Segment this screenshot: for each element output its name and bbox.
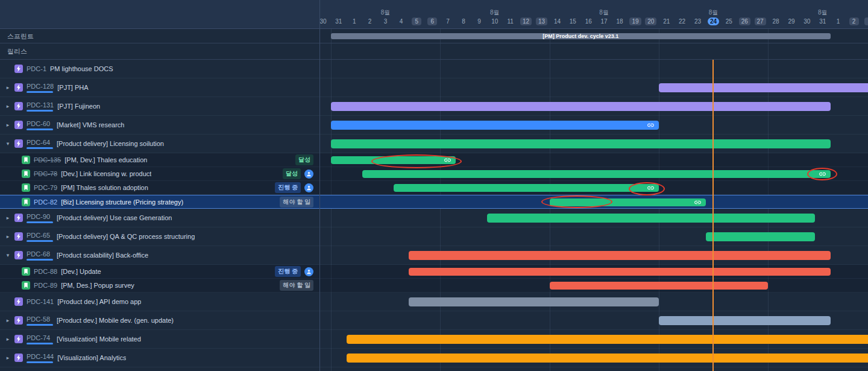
timeline-bar[interactable] <box>347 354 868 363</box>
chevron-right-icon[interactable]: ▸ <box>5 233 11 239</box>
story-icon <box>22 183 30 192</box>
month-label: 8월 <box>599 8 609 17</box>
chevron-right-icon[interactable]: ▸ <box>5 103 11 109</box>
day-label: 5 <box>409 17 424 25</box>
chevron-down-icon[interactable]: ▾ <box>5 252 11 258</box>
issue-key[interactable]: PDC-58 <box>27 316 50 323</box>
chevron-right-icon[interactable]: ▸ <box>5 336 11 342</box>
day-label: 2 <box>362 17 378 25</box>
chevron-right-icon[interactable]: ▸ <box>5 122 11 128</box>
panel-divider[interactable] <box>319 0 320 371</box>
epic-icon <box>14 102 23 110</box>
issue-row[interactable]: ▸PDC-58[Product dev.] Mobile dev. (gen. … <box>0 311 868 330</box>
dependency-link-icon[interactable] <box>647 121 655 129</box>
timeline-bar[interactable] <box>659 316 831 325</box>
issue-row[interactable]: ▸PDC-128[PJT] PHA <box>0 78 868 97</box>
issue-row[interactable]: ▸PDC-60[Market] VMS research <box>0 116 868 135</box>
day-label: 6 <box>424 17 440 25</box>
timeline-bar[interactable] <box>550 282 769 290</box>
story-icon <box>22 281 30 290</box>
issue-key[interactable]: PDC-60 <box>27 120 50 127</box>
issue-key[interactable]: PDC-1 <box>27 65 46 72</box>
issue-row[interactable]: PDC-1PM lighthouse DOCS <box>0 60 868 78</box>
issue-row[interactable]: ▸PDC-131[PJT] Fujineon <box>0 97 868 116</box>
issue-key[interactable]: PDC-74 <box>27 334 50 341</box>
issue-key[interactable]: PDC-64 <box>27 139 50 146</box>
issue-summary: [Product dev.] API demo app <box>57 298 141 305</box>
timeline-bar[interactable] <box>362 170 831 178</box>
timeline-bar[interactable] <box>409 251 830 260</box>
issue-summary: [PJT] PHA <box>57 84 88 91</box>
issue-summary: [PM, Dev.] Thales education <box>64 156 147 163</box>
timeline-bar[interactable] <box>347 335 868 344</box>
issue-key[interactable]: PDC-65 <box>27 232 50 239</box>
issue-key[interactable]: PDC-78 <box>34 170 57 177</box>
issue-row[interactable]: ▸PDC-90[Product delivery] Use case Gener… <box>0 209 868 227</box>
issue-row[interactable]: ▸PDC-65[Product delivery] QA & QC proces… <box>0 227 868 246</box>
epic-icon <box>14 297 23 306</box>
day-label: 8 <box>456 17 471 25</box>
sprint-bar[interactable]: [PM] Product dev. cycle v23.1 <box>331 33 831 39</box>
chevron-down-icon[interactable]: ▾ <box>5 141 11 147</box>
issue-key[interactable]: PDC-131 <box>27 101 54 109</box>
epic-icon <box>14 121 23 129</box>
issue-left-cell: PDC-135[PM, Dev.] Thales education달성 <box>0 153 319 166</box>
timeline-bar[interactable] <box>659 83 868 92</box>
timeline-bar[interactable] <box>331 102 831 111</box>
issue-summary: [Visualization] Mobile related <box>57 335 141 343</box>
issue-row[interactable]: ▾PDC-68[Product scalability] Back-office <box>0 246 868 265</box>
timeline-bar[interactable] <box>394 184 659 192</box>
chevron-right-icon[interactable]: ▸ <box>5 84 11 90</box>
issue-row[interactable]: ▸PDC-144[Visualization] Analytics <box>0 349 868 367</box>
chevron-right-icon[interactable]: ▸ <box>5 317 11 323</box>
timeline-bar[interactable] <box>331 139 831 148</box>
timeline-bar[interactable] <box>487 214 815 223</box>
issue-row[interactable]: PDC-141[Product dev.] API demo app <box>0 293 868 311</box>
assignee-avatar[interactable] <box>304 170 313 179</box>
timeline-bar[interactable] <box>706 232 815 241</box>
day-label: 13 <box>534 17 550 25</box>
issue-rows: PDC-1PM lighthouse DOCS▸PDC-128[PJT] PHA… <box>0 60 868 367</box>
chevron-right-icon[interactable]: ▸ <box>5 215 11 221</box>
day-label: 30 <box>315 17 331 25</box>
day-label: 31 <box>815 17 831 25</box>
issue-summary: [Product delivery] QA & QC process struc… <box>57 233 195 240</box>
day-label: 14 <box>550 17 565 25</box>
assignee-avatar[interactable] <box>304 183 313 192</box>
issue-key[interactable]: PDC-68 <box>27 250 50 258</box>
issue-key[interactable]: PDC-79 <box>34 184 57 191</box>
day-label: 1 <box>347 17 362 25</box>
timeline-dates-header: 8월8월8월8월8월303112345678910111213141516171… <box>0 0 868 29</box>
issue-key[interactable]: PDC-89 <box>34 282 57 289</box>
day-label: 26 <box>737 17 752 25</box>
issue-key[interactable]: PDC-82 <box>34 198 57 206</box>
today-label: 24 <box>706 17 722 25</box>
timeline-bar[interactable] <box>409 297 658 306</box>
issue-key[interactable]: PDC-128 <box>27 83 54 90</box>
dependency-link-icon[interactable] <box>694 198 702 206</box>
issue-row[interactable]: PDC-78[Dev.] Link licensing w. product달성 <box>0 167 868 181</box>
status-badge: 진행 중 <box>275 266 301 277</box>
progress-indicator <box>27 221 53 223</box>
issue-key[interactable]: PDC-88 <box>34 268 57 275</box>
release-row-label: 릴리스 <box>7 47 27 56</box>
issue-key[interactable]: PDC-90 <box>27 213 50 220</box>
issue-row[interactable]: ▾PDC-64[Product delivery] Licensing soil… <box>0 135 868 153</box>
timeline-bar[interactable] <box>331 121 659 130</box>
issue-left-cell: PDC-79[PM] Thales solution adoption진행 중 <box>0 181 319 194</box>
issue-row[interactable]: ▸PDC-74[Visualization] Mobile related <box>0 330 868 349</box>
issue-row[interactable]: PDC-82[Biz] Licensing structure (Pricing… <box>0 195 868 209</box>
issue-row[interactable]: PDC-88[Dev.] Update진행 중 <box>0 265 868 279</box>
epic-icon <box>14 214 23 222</box>
issue-row[interactable]: PDC-79[PM] Thales solution adoption진행 중 <box>0 181 868 195</box>
day-label: 18 <box>612 17 627 25</box>
day-label: 1 <box>831 17 846 25</box>
assignee-avatar[interactable] <box>304 267 313 276</box>
issue-key[interactable]: PDC-144 <box>27 353 54 360</box>
issue-row[interactable]: PDC-89[PM, Des.] Popup survey해야 할 일 <box>0 279 868 293</box>
issue-key[interactable]: PDC-135 <box>34 156 61 163</box>
issue-key[interactable]: PDC-141 <box>27 298 54 305</box>
chevron-right-icon[interactable]: ▸ <box>5 355 11 361</box>
timeline-bar[interactable] <box>409 268 830 276</box>
progress-indicator <box>27 343 53 344</box>
